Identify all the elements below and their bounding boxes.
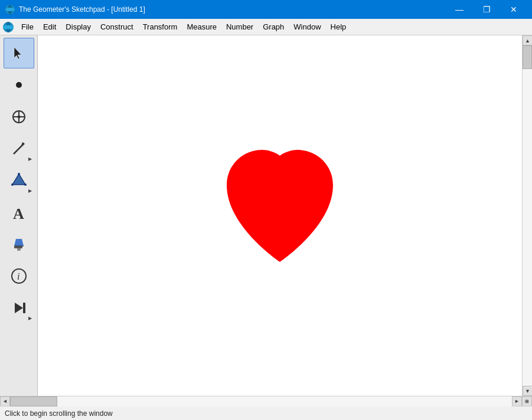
status-text: Click to begin scrolling the window bbox=[5, 409, 113, 418]
window-title: The Geometer's Sketchpad - [Untitled 1] bbox=[19, 5, 145, 14]
scroll-right-button[interactable]: ► bbox=[512, 396, 522, 406]
scroll-horizontal-thumb[interactable] bbox=[10, 396, 57, 406]
compass-icon bbox=[10, 108, 28, 126]
line-icon bbox=[10, 140, 28, 158]
svg-point-15 bbox=[18, 173, 20, 175]
svg-point-17 bbox=[11, 183, 14, 186]
svg-point-2 bbox=[5, 8, 15, 11]
scroll-horizontal-track[interactable] bbox=[10, 396, 512, 406]
svg-marker-6 bbox=[14, 47, 21, 59]
scroll-up-button[interactable]: ▲ bbox=[523, 35, 532, 45]
svg-marker-25 bbox=[15, 303, 23, 313]
heart-svg bbox=[215, 138, 345, 280]
window-controls: — ❐ ✕ bbox=[446, 0, 527, 19]
menu-transform[interactable]: Transform bbox=[138, 20, 182, 34]
heart-shape bbox=[215, 138, 345, 280]
scroll-down-button[interactable]: ▼ bbox=[523, 386, 532, 396]
text-icon: A bbox=[10, 204, 28, 221]
scrollbar-corner: ⊞ bbox=[522, 396, 532, 406]
menu-display[interactable]: Display bbox=[61, 20, 96, 34]
main-area: ▶ ▶ A bbox=[0, 35, 532, 396]
app-menu-icon bbox=[2, 21, 14, 33]
title-bar: The Geometer's Sketchpad - [Untitled 1] … bbox=[0, 0, 532, 19]
marker-tool[interactable] bbox=[4, 229, 34, 260]
svg-line-12 bbox=[14, 143, 24, 154]
svg-point-7 bbox=[16, 82, 22, 88]
svg-marker-20 bbox=[14, 239, 24, 246]
menu-graph[interactable]: Graph bbox=[258, 20, 289, 34]
svg-point-16 bbox=[24, 183, 27, 186]
svg-rect-26 bbox=[23, 303, 25, 313]
marker-icon bbox=[10, 235, 28, 253]
custom-icon bbox=[10, 299, 28, 317]
menu-window[interactable]: Window bbox=[289, 20, 325, 34]
svg-rect-19 bbox=[14, 246, 22, 248]
scroll-vertical-track[interactable] bbox=[523, 45, 532, 386]
menu-number[interactable]: Number bbox=[221, 20, 258, 34]
menu-edit[interactable]: Edit bbox=[38, 20, 61, 34]
polygon-icon bbox=[10, 172, 28, 189]
svg-point-5 bbox=[3, 25, 14, 29]
scroll-left-button[interactable]: ◄ bbox=[0, 396, 10, 406]
bottom-scrollbar: ◄ ► ⊞ bbox=[0, 396, 532, 406]
svg-point-11 bbox=[17, 116, 20, 119]
svg-marker-14 bbox=[12, 174, 25, 185]
compass-tool[interactable] bbox=[4, 101, 34, 132]
status-bar: Click to begin scrolling the window bbox=[0, 406, 532, 420]
app-icon bbox=[5, 4, 15, 15]
svg-text:A: A bbox=[13, 205, 24, 221]
maximize-button[interactable]: ❐ bbox=[473, 0, 500, 19]
menu-help[interactable]: Help bbox=[326, 20, 351, 34]
minimize-button[interactable]: — bbox=[446, 0, 473, 19]
text-tool[interactable]: A bbox=[4, 197, 34, 228]
info-tool[interactable]: i bbox=[4, 261, 34, 291]
polygon-tool[interactable]: ▶ bbox=[4, 165, 34, 196]
custom-tool[interactable]: ▶ bbox=[4, 293, 34, 323]
close-button[interactable]: ✕ bbox=[500, 0, 527, 19]
line-tool[interactable]: ▶ bbox=[4, 133, 34, 164]
scroll-vertical-thumb[interactable] bbox=[523, 45, 532, 69]
menu-measure[interactable]: Measure bbox=[182, 20, 221, 34]
left-toolbar: ▶ ▶ A bbox=[0, 35, 38, 396]
svg-text:i: i bbox=[17, 271, 19, 281]
canvas-content bbox=[38, 35, 522, 396]
menu-construct[interactable]: Construct bbox=[96, 20, 138, 34]
point-tool[interactable] bbox=[4, 70, 34, 100]
menu-bar: File Edit Display Construct Transform Me… bbox=[0, 19, 532, 35]
right-scrollbar: ▲ ▼ bbox=[522, 35, 532, 396]
canvas-area[interactable] bbox=[38, 35, 522, 396]
info-icon: i bbox=[9, 267, 28, 286]
select-tool[interactable] bbox=[4, 38, 34, 68]
select-icon bbox=[11, 45, 27, 61]
menu-file[interactable]: File bbox=[17, 20, 38, 34]
svg-rect-21 bbox=[17, 248, 21, 251]
point-icon bbox=[11, 77, 27, 93]
